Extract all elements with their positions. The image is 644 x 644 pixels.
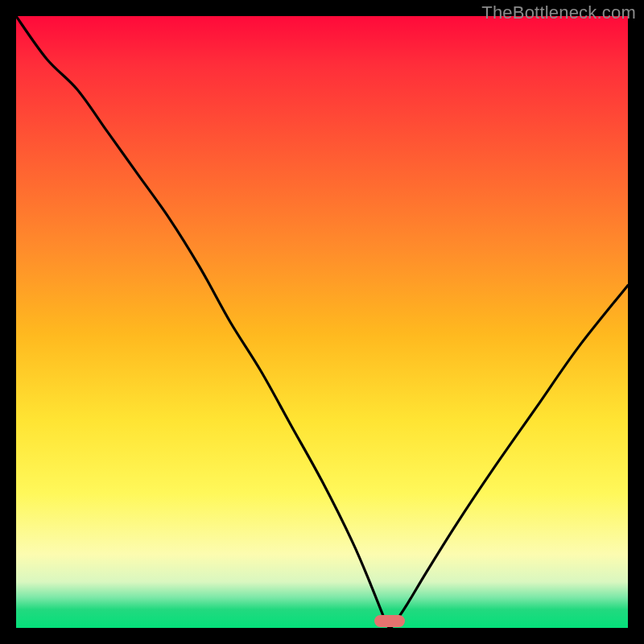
chart-frame: TheBottleneck.com <box>0 0 644 644</box>
plot-area <box>16 16 628 628</box>
attribution-text: TheBottleneck.com <box>481 2 636 23</box>
minimum-marker <box>374 615 405 627</box>
bottleneck-curve <box>16 16 628 628</box>
